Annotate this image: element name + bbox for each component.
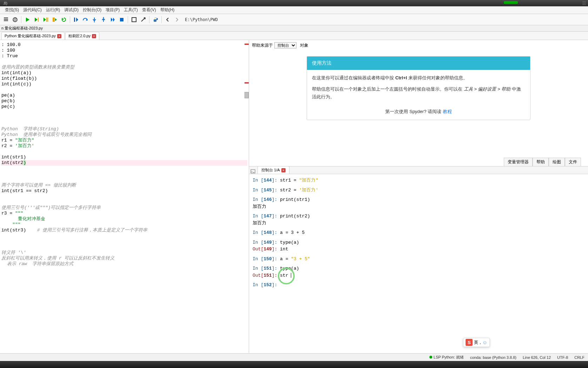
code-line bbox=[1, 110, 247, 115]
editor-pane: : 100.0: 100: True使用内置的类型函数来转换变量类型int(in… bbox=[0, 40, 249, 362]
working-dir-path: E:\Python\PWD bbox=[185, 17, 218, 22]
code-line: pe(b) bbox=[1, 98, 247, 104]
debug-stop-icon[interactable] bbox=[118, 16, 126, 24]
debug-step-into-icon[interactable] bbox=[91, 16, 98, 24]
tab-variable-explorer[interactable]: 变量管理器 bbox=[504, 158, 533, 166]
menu-tools[interactable]: 工具(T) bbox=[122, 6, 140, 14]
title-progress-indicator bbox=[504, 1, 518, 4]
code-line bbox=[1, 166, 247, 171]
code-line bbox=[1, 177, 247, 183]
menu-source[interactable]: 源代码(C) bbox=[21, 6, 44, 14]
code-line: 表示 raw 字符串保留原始方式 bbox=[1, 261, 247, 267]
status-encoding: UTF-8 bbox=[557, 355, 568, 360]
run-selection-icon[interactable] bbox=[51, 16, 59, 24]
code-line: 量化对冲基金 bbox=[1, 216, 247, 222]
sogou-logo-icon: S bbox=[466, 339, 473, 346]
toolbar-separator bbox=[70, 16, 70, 23]
editor-title-strip: n 量化编程基础-2023.py bbox=[0, 25, 588, 32]
menu-run[interactable]: 运行(R) bbox=[44, 6, 62, 14]
help-header: 帮助来源于 控制台 对象 bbox=[250, 41, 587, 49]
tabs-menu-icon[interactable] bbox=[582, 1, 587, 6]
ime-emoji-icon[interactable]: ☺ bbox=[482, 340, 487, 345]
statusbar: LSP Python: 就绪 conda: base (Python 3.8.8… bbox=[0, 353, 588, 361]
code-line: r1 = "加百力" bbox=[1, 138, 247, 143]
tab-plots[interactable]: 绘图 bbox=[549, 158, 565, 166]
console-icon[interactable] bbox=[250, 169, 255, 174]
console-tab-1[interactable]: 控制台 1/A × bbox=[258, 166, 289, 174]
svg-rect-10 bbox=[132, 18, 136, 22]
vertical-scroll-thumb[interactable] bbox=[245, 92, 249, 98]
tab-help[interactable]: 帮助 bbox=[533, 158, 549, 166]
toolbar-separator bbox=[149, 16, 149, 23]
status-cursor-pos: Line 626, Col 12 bbox=[523, 355, 551, 360]
ime-sep: , bbox=[480, 340, 481, 345]
tab-files[interactable]: 文件 bbox=[565, 158, 581, 166]
toolbar-separator bbox=[128, 16, 128, 23]
code-line: 转义符 '\' bbox=[1, 250, 247, 256]
menu-console[interactable]: 控制台(O) bbox=[81, 6, 103, 14]
console-tabs: 控制台 1/A × bbox=[249, 166, 588, 174]
toolbar-list-icon[interactable] bbox=[2, 16, 10, 24]
close-icon[interactable]: × bbox=[57, 34, 61, 38]
help-pane-tabs: 变量管理器 帮助 绘图 文件 bbox=[504, 158, 581, 166]
code-line: Python 字符串(String) bbox=[1, 126, 247, 132]
debug-continue-icon[interactable] bbox=[109, 16, 116, 24]
svg-rect-4 bbox=[47, 18, 48, 22]
settings-icon[interactable] bbox=[139, 16, 147, 24]
code-line: int(str1) bbox=[1, 155, 247, 160]
console-entry: In [145]: str2 = '加百力' bbox=[253, 187, 584, 194]
toolbar-separator bbox=[161, 16, 162, 23]
menu-help[interactable]: 帮助(H) bbox=[158, 6, 177, 14]
run-cell-next-icon[interactable] bbox=[42, 16, 49, 24]
run-icon[interactable] bbox=[24, 16, 31, 24]
ipython-console[interactable]: In [144]: str1 = "加百力"In [145]: str2 = '… bbox=[249, 174, 588, 362]
file-tab-label: Python 量化编程基础-2023.py bbox=[5, 33, 56, 39]
code-line bbox=[1, 149, 247, 155]
debug-step-over-icon[interactable] bbox=[81, 16, 89, 24]
status-conda[interactable]: conda: base (Python 3.8.8) bbox=[470, 355, 516, 360]
menu-project[interactable]: 项目(P) bbox=[103, 6, 122, 14]
debug-step-icon[interactable] bbox=[72, 16, 80, 24]
restart-icon[interactable] bbox=[60, 16, 68, 24]
python-icon[interactable] bbox=[152, 16, 159, 24]
file-tab-1[interactable]: Python 量化编程基础-2023.py × bbox=[1, 32, 65, 40]
toolbar-separator bbox=[21, 16, 21, 23]
help-source-select[interactable]: 控制台 bbox=[274, 42, 296, 48]
nav-back-icon[interactable] bbox=[164, 16, 172, 24]
code-line bbox=[1, 194, 247, 199]
window-titlebar: .8) bbox=[0, 0, 588, 6]
maximize-icon[interactable] bbox=[130, 16, 138, 24]
console-entry: In [148]: a = 3 + 5 bbox=[253, 229, 584, 236]
svg-rect-2 bbox=[38, 18, 39, 22]
console-entry: In [150]: a = "3 + 5" bbox=[253, 256, 584, 263]
file-tab-2[interactable]: 粉刷匠2.0.py × bbox=[65, 32, 99, 40]
code-line: 两个字符串可以使用 == 做比较判断 bbox=[1, 183, 247, 188]
help-object-label: 对象 bbox=[300, 42, 308, 48]
run-cell-icon[interactable] bbox=[33, 16, 40, 24]
nav-forward-icon[interactable] bbox=[173, 16, 181, 24]
toolbar-at-icon[interactable]: @ bbox=[11, 16, 19, 24]
close-icon[interactable]: × bbox=[92, 34, 96, 38]
ime-indicator[interactable]: S 英 , ☺ bbox=[463, 338, 490, 347]
debug-step-out-icon[interactable] bbox=[100, 16, 107, 24]
code-line: 反斜杠可以用来转义，使用 r 可以让反斜杠不发生转义 bbox=[1, 256, 247, 261]
code-editor[interactable]: : 100.0: 100: True使用内置的类型函数来转换变量类型int(in… bbox=[0, 40, 249, 362]
code-line bbox=[1, 115, 247, 121]
code-line: Python 使用单引号或双引号效果完全相同 bbox=[1, 132, 247, 138]
main-split: : 100.0: 100: True使用内置的类型函数来转换变量类型int(in… bbox=[0, 40, 588, 362]
title-text: .8) bbox=[3, 1, 7, 5]
help-source-label: 帮助来源于 bbox=[252, 42, 273, 48]
close-icon[interactable]: × bbox=[281, 168, 286, 172]
code-line: int(int(a)) bbox=[1, 70, 247, 76]
console-entry: In [144]: str1 = "加百力" bbox=[253, 177, 584, 184]
status-eol: CRLF bbox=[574, 355, 584, 360]
menu-debug[interactable]: 调试(D) bbox=[62, 6, 81, 14]
menu-find[interactable]: 查找(S) bbox=[3, 6, 21, 14]
console-entry: In [147]: print(str2) 加百力 bbox=[253, 213, 584, 226]
windows-taskbar[interactable] bbox=[0, 361, 588, 368]
scroll-error-marker bbox=[245, 44, 249, 45]
menu-view[interactable]: 查看(V) bbox=[140, 6, 158, 14]
code-line: pe(a) bbox=[1, 93, 247, 98]
tutorial-link[interactable]: 教程 bbox=[443, 109, 452, 114]
editor-file-tabs: Python 量化编程基础-2023.py × 粉刷匠2.0.py × bbox=[0, 32, 588, 40]
